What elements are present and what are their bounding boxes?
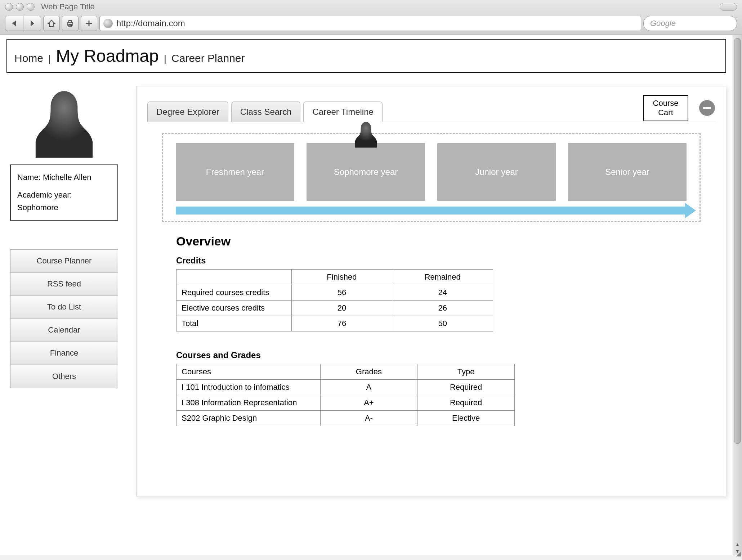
sidebar-item-others[interactable]: Others <box>10 365 118 388</box>
breadcrumb-item-my-roadmap[interactable]: My Roadmap <box>56 46 158 66</box>
sidebar-item-label: Finance <box>50 348 78 358</box>
person-silhouette-icon <box>24 86 104 158</box>
table-cell: 50 <box>392 316 493 331</box>
course-cart-label: Course Cart <box>649 99 682 118</box>
table-cell: 56 <box>291 285 392 301</box>
sidebar-item-finance[interactable]: Finance <box>10 342 118 365</box>
table-header-cell: Courses <box>176 364 321 380</box>
globe-icon <box>103 19 113 28</box>
current-year-marker <box>350 120 381 148</box>
person-silhouette-icon <box>350 120 381 148</box>
table-cell: S202 Graphic Design <box>176 411 321 426</box>
tab-label: Degree Explorer <box>156 107 219 117</box>
profile-year-value: Sophomore <box>17 201 111 214</box>
year-card-junior[interactable]: Junior year <box>437 143 556 201</box>
table-header-cell: Remained <box>392 270 493 285</box>
resize-grip[interactable]: ◢ <box>736 552 741 555</box>
breadcrumb-separator: | <box>164 53 166 64</box>
year-card-sophomore[interactable]: Sophomore year <box>307 143 425 201</box>
table-row: I 101 Introduction to infomatics A Requi… <box>176 380 515 395</box>
profile-name-label: Name: <box>17 173 41 182</box>
table-cell: Required courses credits <box>176 285 292 301</box>
window-close-button[interactable] <box>5 3 13 11</box>
table-cell: 20 <box>291 301 392 316</box>
window-minimize-button[interactable] <box>16 3 24 11</box>
collapse-button[interactable] <box>699 100 715 116</box>
scrollbar[interactable]: ▲ ▼ <box>733 35 742 555</box>
table-cell: Required <box>417 380 515 395</box>
scroll-up-icon: ▲ <box>735 542 740 547</box>
table-cell: 26 <box>392 301 493 316</box>
year-label: Freshmen year <box>206 167 264 177</box>
back-icon <box>11 20 18 27</box>
window-titlebar: Web Page Title <box>0 0 742 14</box>
url-text: http://domain.com <box>116 18 185 28</box>
table-cell: 76 <box>291 316 392 331</box>
table-cell: Required <box>417 395 515 411</box>
table-cell: I 308 Information Representation <box>176 395 321 411</box>
viewport: Home | My Roadmap | Career Planner Name:… <box>0 35 742 555</box>
sidebar-item-course-planner[interactable]: Course Planner <box>10 250 118 273</box>
credits-heading: Credits <box>176 256 686 266</box>
plus-icon <box>85 19 93 27</box>
profile-avatar <box>24 86 104 158</box>
tab-class-search[interactable]: Class Search <box>231 101 301 122</box>
back-button[interactable] <box>5 16 23 31</box>
timeline: Freshmen year Sophomore year <box>162 133 701 222</box>
breadcrumb-item-home[interactable]: Home <box>14 52 43 64</box>
table-cell: I 101 Introduction to infomatics <box>176 380 321 395</box>
sidebar-item-calendar[interactable]: Calendar <box>10 319 118 342</box>
profile-name-value: Michelle Allen <box>43 173 91 182</box>
table-header-cell: Type <box>417 364 515 380</box>
breadcrumb: Home | My Roadmap | Career Planner <box>6 39 726 73</box>
search-field[interactable]: Google <box>643 16 737 31</box>
table-row: Total 76 50 <box>176 316 493 331</box>
year-card-senior[interactable]: Senior year <box>568 143 687 201</box>
table-header-row: Finished Remained <box>176 270 493 285</box>
table-cell: A <box>320 380 417 395</box>
breadcrumb-separator: | <box>48 53 51 64</box>
tab-label: Class Search <box>240 107 292 117</box>
table-header-cell: Grades <box>320 364 417 380</box>
scrollbar-thumb[interactable] <box>734 38 741 444</box>
sidebar-item-label: Calendar <box>48 325 80 335</box>
search-placeholder: Google <box>650 19 676 28</box>
sidebar: Name: Michelle Allen Academic year: Soph… <box>6 86 122 388</box>
home-icon <box>47 19 56 28</box>
profile-year-label: Academic year: <box>17 189 111 201</box>
window-zoom-button[interactable] <box>27 3 35 11</box>
course-cart-button[interactable]: Course Cart <box>643 95 688 121</box>
svg-rect-1 <box>69 21 72 22</box>
page-title: Web Page Title <box>41 2 95 12</box>
overview-heading: Overview <box>176 234 686 248</box>
forward-button[interactable] <box>23 16 41 31</box>
add-button[interactable] <box>81 16 97 31</box>
table-row: I 308 Information Representation A+ Requ… <box>176 395 515 411</box>
breadcrumb-item-career-planner[interactable]: Career Planner <box>171 52 245 64</box>
courses-heading: Courses and Grades <box>176 350 686 360</box>
forward-icon <box>28 20 36 27</box>
home-button[interactable] <box>43 16 60 31</box>
sidebar-item-label: To do List <box>47 302 81 312</box>
sidebar-item-label: RSS feed <box>47 279 81 289</box>
tab-career-timeline[interactable]: Career Timeline <box>303 101 382 122</box>
table-cell: A+ <box>320 395 417 411</box>
sidebar-item-todo-list[interactable]: To do List <box>10 296 118 319</box>
side-menu: Course Planner RSS feed To do List Calen… <box>10 249 118 388</box>
sidebar-item-rss-feed[interactable]: RSS feed <box>10 273 118 296</box>
profile-card: Name: Michelle Allen Academic year: Soph… <box>10 164 118 221</box>
url-bar[interactable]: http://domain.com <box>99 16 641 31</box>
window-pill-button[interactable] <box>720 3 737 11</box>
print-icon <box>66 19 75 28</box>
table-cell: Total <box>176 316 292 331</box>
tab-degree-explorer[interactable]: Degree Explorer <box>147 101 228 122</box>
print-button[interactable] <box>62 16 79 31</box>
browser-chrome: Web Page Title http://domain.com Google <box>0 0 742 35</box>
window-controls <box>5 3 35 11</box>
year-card-freshmen[interactable]: Freshmen year <box>176 143 294 201</box>
table-row: Elective courses credits 20 26 <box>176 301 493 316</box>
table-header-cell: Finished <box>291 270 392 285</box>
year-label: Sophomore year <box>334 167 398 177</box>
table-row: Required courses credits 56 24 <box>176 285 493 301</box>
table-cell: A- <box>320 411 417 426</box>
